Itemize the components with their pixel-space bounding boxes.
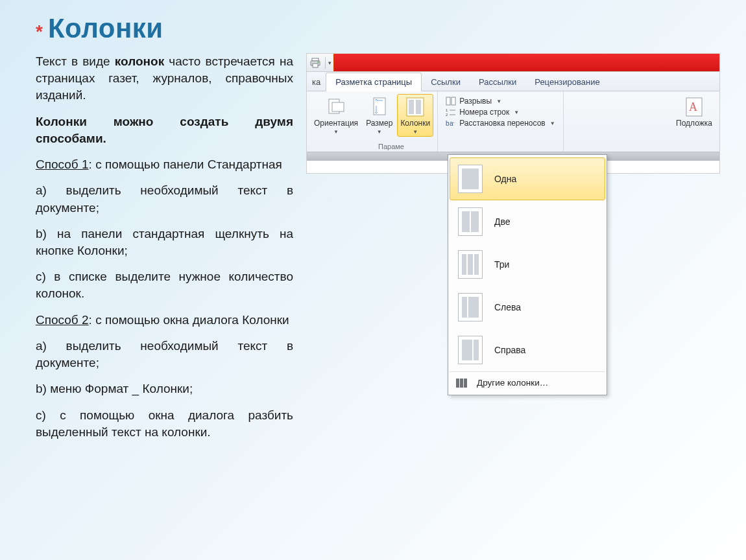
method2-step-c: c) с помощью окна диалога разбить выделе… — [36, 407, 293, 441]
line-numbers-icon: 12 — [446, 108, 456, 117]
svg-text:-: - — [453, 119, 455, 125]
title-bar-accent — [333, 54, 719, 71]
method1-head: Способ 1: с помощью панели Стандартная — [36, 156, 293, 173]
method1-step-c: c) в списке выделите нужное количество к… — [36, 268, 293, 302]
columns-option-1[interactable]: Две — [450, 200, 605, 243]
more-columns-icon — [456, 379, 468, 388]
slide-title: Колонки — [48, 13, 163, 44]
watermark-button[interactable]: A Подложка — [673, 94, 716, 130]
svg-point-3 — [318, 62, 319, 63]
columns-icon — [404, 96, 426, 118]
columns-option-label: Слева — [494, 302, 521, 312]
columns-dropdown: ОднаДвеТриСлеваСправаДругие колонки… — [448, 154, 607, 395]
hyphenation-icon: ba- — [446, 119, 456, 128]
tab-fragment: ка — [309, 73, 326, 91]
ribbon-body: Ориентация ▼ Размер ▼ — [307, 91, 719, 152]
columns-thumb-icon — [458, 336, 483, 364]
chevron-down-icon: ▼ — [413, 129, 418, 135]
svg-rect-0 — [312, 58, 319, 61]
columns-option-0[interactable]: Одна — [450, 158, 605, 200]
orientation-icon — [325, 96, 347, 118]
hyphenation-button[interactable]: ba- Расстановка переносов▼ — [446, 119, 555, 128]
columns-option-label: Одна — [494, 174, 516, 184]
columns-option-2[interactable]: Три — [450, 243, 605, 286]
svg-rect-9 — [416, 100, 421, 114]
columns-thumb-icon — [458, 250, 483, 279]
orientation-button[interactable]: Ориентация ▼ — [311, 94, 361, 137]
chevron-down-icon: ▼ — [377, 129, 382, 135]
svg-rect-2 — [313, 64, 318, 67]
printer-icon — [310, 58, 322, 68]
watermark-icon: A — [683, 96, 705, 118]
tab-mailings[interactable]: Рассылки — [470, 73, 525, 91]
columns-option-4[interactable]: Справа — [450, 329, 605, 371]
columns-option-3[interactable]: Слева — [450, 286, 605, 329]
svg-rect-11 — [451, 97, 455, 105]
columns-thumb-icon — [458, 293, 483, 321]
title-bullet: * — [36, 23, 43, 41]
columns-thumb-icon — [458, 207, 483, 236]
columns-button[interactable]: Колонки ▼ — [397, 94, 433, 137]
page-size-icon — [368, 96, 391, 118]
breaks-icon — [446, 97, 456, 106]
tab-page-layout[interactable]: Разметка страницы — [326, 73, 422, 91]
text-column: Текст в виде колонок часто встречается н… — [36, 53, 293, 450]
quick-access-toolbar: ▾ — [307, 54, 719, 72]
svg-text:2: 2 — [446, 113, 448, 117]
method2-step-b: b) меню Формат _ Колонки; — [36, 380, 293, 397]
more-columns-option[interactable]: Другие колонки… — [450, 371, 605, 393]
methods-lead: Колонки можно создать двумя способами. — [36, 113, 293, 147]
chevron-down-icon: ▼ — [333, 129, 339, 135]
svg-rect-5 — [332, 102, 344, 111]
tab-references[interactable]: Ссылки — [422, 73, 470, 91]
method1-step-a: a) выделить необходимый текст в документ… — [36, 182, 293, 216]
method2-head: Способ 2: с помощью окна диалога Колонки — [36, 312, 293, 329]
print-preview-button[interactable] — [307, 58, 325, 68]
columns-thumb-icon — [458, 165, 483, 193]
breaks-button[interactable]: Разрывы▼ — [446, 97, 501, 106]
columns-option-label: Справа — [494, 345, 525, 355]
columns-option-label: Две — [494, 216, 511, 227]
method1-step-b: b) на панели стандартная щелкнуть на кно… — [36, 226, 293, 259]
title-row: * Колонки — [36, 13, 720, 44]
columns-option-label: Три — [494, 259, 509, 270]
ribbon-tabs: ка Разметка страницы Ссылки Рассылки Рец… — [307, 72, 719, 91]
svg-rect-10 — [446, 97, 450, 105]
tab-review[interactable]: Рецензирование — [525, 73, 608, 91]
intro-paragraph: Текст в виде колонок часто встречается н… — [36, 53, 293, 104]
qat-customize-arrow[interactable]: ▾ — [326, 60, 333, 66]
svg-text:A: A — [689, 100, 697, 113]
method2-step-a: a) выделить необходимый текст в документ… — [36, 338, 293, 371]
ribbon-group-label: Параме — [378, 143, 404, 150]
screenshot-column: ▾ ка Разметка страницы Ссылки Рассылки Р… — [306, 53, 720, 450]
line-numbers-button[interactable]: 12 Номера строк▼ — [446, 108, 519, 117]
size-button[interactable]: Размер ▼ — [363, 94, 396, 137]
svg-rect-8 — [409, 100, 414, 114]
more-columns-label: Другие колонки… — [477, 378, 548, 388]
svg-text:1: 1 — [446, 108, 448, 112]
